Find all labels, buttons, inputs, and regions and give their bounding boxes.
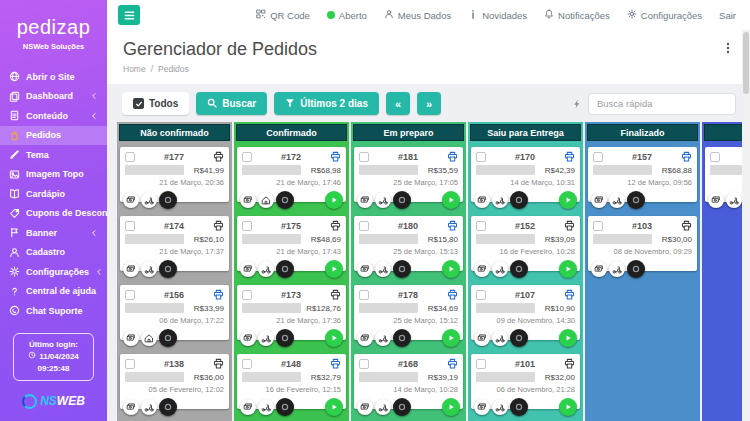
select-all-button[interactable]: Todos xyxy=(122,92,189,115)
top-nav-notifica-es[interactable]: Notificações xyxy=(544,9,610,21)
print-icon[interactable] xyxy=(564,289,575,300)
order-checkbox[interactable] xyxy=(593,221,603,231)
house-button[interactable] xyxy=(258,192,274,208)
advance-order-button[interactable] xyxy=(442,329,460,347)
sidebar-item-pedidos[interactable]: Pedidos xyxy=(0,126,107,146)
ring-button[interactable] xyxy=(510,191,528,209)
sidebar-item-abrir-o-site[interactable]: Abrir o Site xyxy=(0,67,107,87)
order-checkbox[interactable] xyxy=(242,221,252,231)
advance-order-button[interactable] xyxy=(442,260,460,278)
advance-order-button[interactable] xyxy=(559,398,577,416)
order-card[interactable]: #138 R$36,00 05 de Fevereiro, 12:02 xyxy=(120,354,229,409)
advance-order-button[interactable] xyxy=(559,329,577,347)
order-checkbox[interactable] xyxy=(125,152,135,162)
order-checkbox[interactable] xyxy=(359,152,369,162)
ring-button[interactable] xyxy=(510,260,528,278)
cash-button[interactable] xyxy=(474,330,490,346)
order-checkbox[interactable] xyxy=(476,152,486,162)
order-checkbox[interactable] xyxy=(476,221,486,231)
cash-button[interactable] xyxy=(708,192,724,208)
scooter-button[interactable] xyxy=(375,399,391,415)
scooter-button[interactable] xyxy=(609,261,625,277)
advance-order-button[interactable] xyxy=(325,191,343,209)
order-card[interactable]: #101 R$32,00 06 de Novembro, 21:28 xyxy=(471,354,580,409)
cash-button[interactable] xyxy=(474,261,490,277)
top-nav-qr-code[interactable]: QR Code xyxy=(256,9,310,21)
kebab-menu-icon[interactable] xyxy=(722,41,734,59)
order-checkbox[interactable] xyxy=(125,221,135,231)
print-icon[interactable] xyxy=(564,358,575,369)
print-icon[interactable] xyxy=(447,220,458,231)
print-icon[interactable] xyxy=(330,220,341,231)
sidebar-item-central-de-ajuda[interactable]: Central de ajuda xyxy=(0,282,107,302)
order-card[interactable]: #172 R$68,98 21 de Março, 17:46 xyxy=(237,147,346,202)
order-card[interactable]: #173 R$128,76 21 de Março, 17:36 xyxy=(237,285,346,340)
ring-button[interactable] xyxy=(159,260,177,278)
order-checkbox[interactable] xyxy=(593,152,603,162)
top-nav-sair[interactable]: Sair xyxy=(719,10,736,21)
order-card[interactable]: #103 R$30,00 08 de Novembro, 09:29 xyxy=(588,216,697,271)
advance-order-button[interactable] xyxy=(559,191,577,209)
scooter-button[interactable] xyxy=(258,261,274,277)
cash-button[interactable] xyxy=(240,261,256,277)
scrollbar-thumb[interactable] xyxy=(743,32,749,94)
cash-button[interactable] xyxy=(357,192,373,208)
cash-button[interactable] xyxy=(591,192,607,208)
cash-button[interactable] xyxy=(123,330,139,346)
sidebar-item-dashboard[interactable]: Dashboard xyxy=(0,87,107,107)
cash-button[interactable] xyxy=(357,330,373,346)
order-card[interactable]: #181 R$35,59 25 de Março, 17:05 xyxy=(354,147,463,202)
advance-order-button[interactable] xyxy=(325,260,343,278)
advance-order-button[interactable] xyxy=(442,191,460,209)
ring-button[interactable] xyxy=(510,398,528,416)
print-icon[interactable] xyxy=(681,151,692,162)
ring-button[interactable] xyxy=(627,191,645,209)
cash-button[interactable] xyxy=(240,192,256,208)
order-checkbox[interactable] xyxy=(359,359,369,369)
scooter-button[interactable] xyxy=(258,330,274,346)
top-nav-aberto[interactable]: Aberto xyxy=(327,10,367,21)
sidebar-item-imagem-topo[interactable]: Imagem Topo xyxy=(0,165,107,185)
ring-button[interactable] xyxy=(393,329,411,347)
print-icon[interactable] xyxy=(213,151,224,162)
cash-button[interactable] xyxy=(474,192,490,208)
sidebar-item-card-pio[interactable]: Cardápio xyxy=(0,184,107,204)
order-checkbox[interactable] xyxy=(242,290,252,300)
breadcrumb-home[interactable]: Home xyxy=(123,64,146,74)
order-checkbox[interactable] xyxy=(242,152,252,162)
scooter-button[interactable] xyxy=(492,399,508,415)
scooter-button[interactable] xyxy=(258,399,274,415)
scooter-button[interactable] xyxy=(492,192,508,208)
order-card[interactable]: #174 R$26,10 21 de Março, 17:37 xyxy=(120,216,229,271)
print-icon[interactable] xyxy=(447,151,458,162)
order-checkbox[interactable] xyxy=(476,359,486,369)
ring-button[interactable] xyxy=(393,398,411,416)
print-icon[interactable] xyxy=(213,358,224,369)
ring-button[interactable] xyxy=(276,398,294,416)
top-nav-novidades[interactable]: Novidades xyxy=(468,9,527,21)
scooter-button[interactable] xyxy=(375,192,391,208)
print-icon[interactable] xyxy=(213,220,224,231)
next-page-button[interactable]: » xyxy=(417,92,441,115)
print-icon[interactable] xyxy=(330,289,341,300)
ring-button[interactable] xyxy=(159,191,177,209)
order-checkbox[interactable] xyxy=(125,290,135,300)
order-card[interactable]: #168 R$39,19 14 de Março, 10:28 xyxy=(354,354,463,409)
period-filter-button[interactable]: Últimos 2 dias xyxy=(274,92,379,115)
cash-button[interactable] xyxy=(123,261,139,277)
house-button[interactable] xyxy=(141,330,157,346)
previous-page-button[interactable]: « xyxy=(386,92,410,115)
top-nav-configura-es[interactable]: Configurações xyxy=(627,9,702,21)
scooter-button[interactable] xyxy=(375,261,391,277)
order-card[interactable]: #148 R$32,79 16 de Fevereiro, 12:15 xyxy=(237,354,346,409)
scooter-button[interactable] xyxy=(141,192,157,208)
scooter-button[interactable] xyxy=(141,399,157,415)
order-card[interactable]: #152 R$39,09 16 de Fevereiro, 10:28 xyxy=(471,216,580,271)
ring-button[interactable] xyxy=(159,329,177,347)
ring-button[interactable] xyxy=(393,260,411,278)
advance-order-button[interactable] xyxy=(325,329,343,347)
ring-button[interactable] xyxy=(393,191,411,209)
scooter-button[interactable] xyxy=(492,261,508,277)
order-card[interactable]: #170 R$42,39 14 de Março, 10:31 xyxy=(471,147,580,202)
order-card[interactable]: #178 R$34,69 25 de Março, 15:12 xyxy=(354,285,463,340)
